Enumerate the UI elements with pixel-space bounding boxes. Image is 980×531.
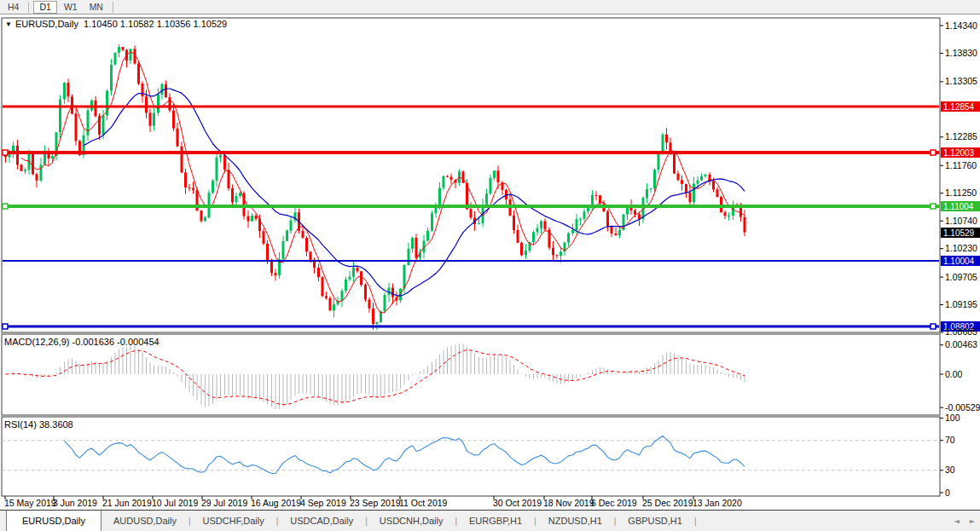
line-drag-handle[interactable] xyxy=(931,204,936,209)
date-axis-label: 13 Jan 2020 xyxy=(693,498,742,508)
toolbar-separator xyxy=(113,2,113,13)
price-line-badge-1.10004: 1.10004 xyxy=(941,256,980,266)
chart-tab-eurusd-daily[interactable]: EURUSD,Daily xyxy=(6,510,101,531)
svg-text:1.11004: 1.11004 xyxy=(943,202,974,211)
chart-tabs: EURUSD,DailyAUDUSD,Daily|USDCHF,Daily|US… xyxy=(0,511,697,531)
macd-label: MACD(12,26,9) xyxy=(4,337,69,347)
macd-values: -0.001636 -0.000454 xyxy=(72,337,159,347)
date-axis-label: 25 Dec 2019 xyxy=(642,498,693,508)
price-axis-label: 1.12285 xyxy=(945,131,977,141)
date-axis-label: 21 Jun 2019 xyxy=(102,498,152,508)
svg-text:1.12003: 1.12003 xyxy=(943,148,975,158)
chart-symbol-label: EURUSD,Daily xyxy=(15,19,78,29)
timeframe-button-w1[interactable]: W1 xyxy=(59,1,83,13)
timeframe-toolbar: H4D1W1MN xyxy=(0,0,980,14)
svg-text:1.10529: 1.10529 xyxy=(943,228,975,238)
price-axis-label: 1.13305 xyxy=(945,76,977,86)
timeframe-button-d1[interactable]: D1 xyxy=(33,1,56,14)
line-drag-handle[interactable] xyxy=(3,324,8,329)
price-line-badge-1.12854: 1.12854 xyxy=(941,101,980,112)
chart-tabs-bar: EURUSD,DailyAUDUSD,Daily|USDCHF,Daily|US… xyxy=(0,510,980,531)
chart-tab-usdcad-daily[interactable]: USDCAD,Daily xyxy=(278,511,365,531)
date-axis-label: 10 Jul 2019 xyxy=(152,498,198,508)
rsi-axis-label: 70 xyxy=(945,435,955,445)
date-axis-label: 6 Dec 2019 xyxy=(591,498,637,508)
date-axis-label: 29 Jul 2019 xyxy=(201,498,247,508)
price-axis-label: 1.11760 xyxy=(945,160,977,170)
price-axis-label: 1.09195 xyxy=(945,299,977,309)
price-axis-label: 1.14340 xyxy=(945,20,977,31)
tab-scroll-arrows: ◄ ► xyxy=(954,511,975,531)
current-price-badge: 1.10529 xyxy=(941,228,980,238)
price-axis-label: 1.09705 xyxy=(945,272,977,282)
rsi-axis-label: 30 xyxy=(945,465,955,475)
date-axis-label: 15 May 2019 xyxy=(4,498,56,508)
timeframe-button-mn[interactable]: MN xyxy=(84,1,108,13)
chart-area[interactable]: 1.128541.120031.110041.100041.088021.143… xyxy=(0,14,980,510)
line-drag-handle[interactable] xyxy=(3,204,8,209)
date-axis-label: 16 Aug 2019 xyxy=(251,498,301,508)
scroll-tabs-right-button[interactable]: ► xyxy=(970,517,975,525)
macd-axis-label: 0.00463 xyxy=(945,339,977,349)
tab-separator: | xyxy=(694,511,697,531)
chart-tab-eurgbp-h1[interactable]: EURGBP,H1 xyxy=(457,511,534,531)
price-axis-label: 1.10230 xyxy=(945,243,977,253)
main-price-pane xyxy=(2,18,940,332)
trading-platform-window: H4D1W1MN 1.128541.120031.110041.100041.0… xyxy=(0,0,980,531)
macd-axis-label: -0.005299 xyxy=(945,402,980,413)
symbol-dropdown-icon[interactable]: ▼ xyxy=(5,20,12,28)
rsi-axis-label: 0 xyxy=(945,488,950,498)
price-line-badge-1.12003: 1.12003 xyxy=(941,147,980,158)
timeframe-button-h4[interactable]: H4 xyxy=(3,1,24,13)
date-axis-label: 23 Sep 2019 xyxy=(350,498,401,508)
line-drag-handle[interactable] xyxy=(3,150,8,155)
rsi-value: 38.3608 xyxy=(39,419,73,430)
date-axis-label: 18 Nov 2019 xyxy=(543,498,594,508)
date-axis-label: 3 Jun 2019 xyxy=(53,498,97,508)
rsi-label: RSI(14) xyxy=(4,419,37,430)
date-axis-label: 30 Oct 2019 xyxy=(493,498,542,508)
chart-tab-usdcnh-daily[interactable]: USDCNH,Daily xyxy=(368,511,455,531)
scroll-tabs-left-button[interactable]: ◄ xyxy=(954,517,960,525)
price-axis-label: 1.08685 xyxy=(945,326,977,337)
chart-tab-gbpusd-h1[interactable]: GBPUSD,H1 xyxy=(616,511,694,531)
rsi-pane xyxy=(2,417,940,496)
chart-tab-audusd-daily[interactable]: AUDUSD,Daily xyxy=(101,511,188,531)
toolbar-separator xyxy=(28,2,29,13)
rsi-axis-label: 100 xyxy=(945,413,960,423)
chart-title: ▼EURUSD,Daily 1.10450 1.10582 1.10356 1.… xyxy=(5,19,227,29)
macd-indicator-label: MACD(12,26,9) -0.001636 -0.000454 xyxy=(4,337,159,347)
rsi-indicator-label: RSI(14) 38.3608 xyxy=(4,419,73,430)
chart-tab-nzdusd-h1[interactable]: NZDUSD,H1 xyxy=(536,511,614,531)
date-axis-label: 11 Oct 2019 xyxy=(399,498,448,508)
chart-canvas[interactable]: 1.128541.120031.110041.100041.088021.143… xyxy=(0,14,980,510)
price-axis-label: 1.11250 xyxy=(945,188,977,198)
price-axis-label: 1.13830 xyxy=(945,48,977,58)
price-axis-label: 1.10740 xyxy=(945,216,977,226)
svg-text:1.10004: 1.10004 xyxy=(943,257,975,266)
macd-axis-label: 0.00 xyxy=(945,369,963,379)
date-axis-label: 4 Sep 2019 xyxy=(300,498,346,508)
chart-tab-usdchf-daily[interactable]: USDCHF,Daily xyxy=(191,511,276,531)
line-drag-handle[interactable] xyxy=(931,150,936,155)
chart-ohlc-values: 1.10450 1.10582 1.10356 1.10529 xyxy=(84,19,227,29)
svg-text:1.12854: 1.12854 xyxy=(943,102,975,112)
price-line-badge-1.11004: 1.11004 xyxy=(941,201,980,211)
line-drag-handle[interactable] xyxy=(931,324,936,329)
